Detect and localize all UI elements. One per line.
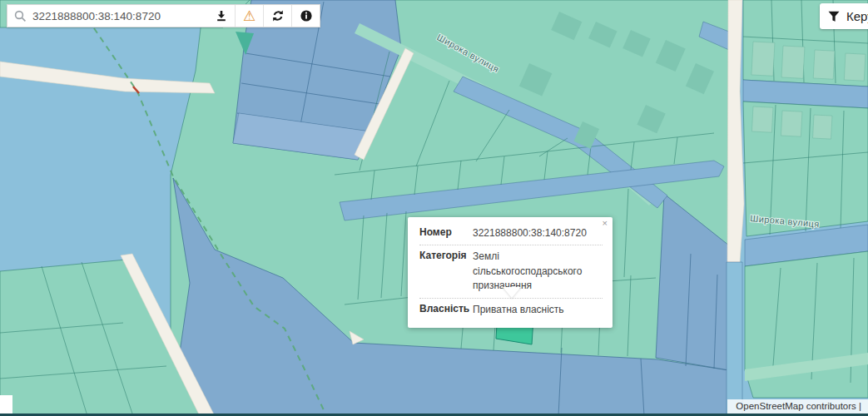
cadastral-map-app: { "toolbar": { "search_value": "32218888… [0, 0, 868, 416]
download-button[interactable] [207, 5, 235, 27]
map-attribution[interactable]: OpenStreetMap contributors | [727, 399, 868, 414]
search-input[interactable] [32, 10, 207, 22]
popup-value: 3221888800:38:140:8720 [473, 226, 603, 240]
popup-row-number: Номер 3221888800:38:140:8720 [419, 222, 603, 245]
corner-control [0, 395, 12, 414]
manage-filter-button[interactable]: Керув [820, 3, 868, 29]
filter-button-label: Керув [846, 9, 868, 23]
popup-value: Землі сільськогосподарського призначення [473, 250, 603, 293]
popup-label: Власність [419, 303, 473, 317]
popup-value: Приватна власність [473, 303, 603, 317]
warning-triangle-icon: ⚠ [243, 9, 255, 23]
refresh-button[interactable] [263, 5, 291, 27]
east-canal-strip [727, 262, 742, 416]
warning-button[interactable]: ⚠ [235, 5, 263, 27]
east-parcels [743, 0, 868, 398]
search-toolbar: ⚠ [7, 4, 320, 27]
info-circle-icon [300, 9, 313, 22]
popup-row-ownership: Власність Приватна власність [419, 299, 603, 321]
popup-label: Номер [419, 226, 473, 240]
parcel-info-popup: × Номер 3221888800:38:140:8720 Категорія… [408, 217, 613, 328]
popup-pointer [503, 287, 521, 298]
search-icon [7, 10, 32, 22]
info-button[interactable] [291, 5, 320, 27]
map-canvas[interactable]: Широка вулиця Широка вулиця [0, 0, 868, 416]
popup-close-button[interactable]: × [603, 219, 608, 228]
popup-label: Категорія [419, 250, 473, 293]
funnel-icon [828, 11, 840, 22]
refresh-arrows-icon [271, 9, 285, 22]
